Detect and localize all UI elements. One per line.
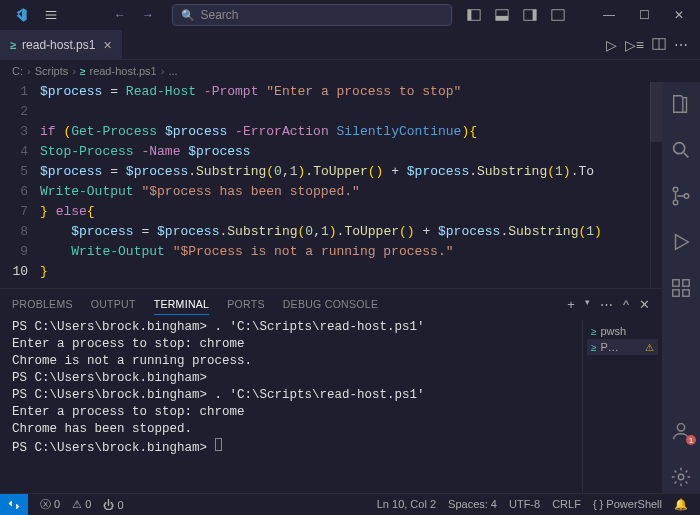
code-line[interactable]: $process = $process.Substring(0,1).ToUpp…: [40, 162, 650, 182]
explorer-icon[interactable]: [662, 88, 700, 120]
vscode-logo-icon: [12, 7, 28, 23]
search-icon: 🔍: [181, 9, 195, 22]
line-number: 5: [0, 162, 28, 182]
layout-customize-icon[interactable]: [545, 4, 571, 26]
status-position[interactable]: Ln 10, Col 2: [371, 498, 442, 511]
tab-terminal[interactable]: TERMINAL: [154, 298, 210, 315]
minimap[interactable]: [650, 82, 662, 288]
svg-rect-15: [673, 290, 679, 296]
breadcrumb[interactable]: C: › Scripts › ≥ read-host.ps1 › ...: [0, 60, 700, 82]
powershell-file-icon: ≥: [80, 66, 86, 77]
new-terminal-icon[interactable]: +: [567, 297, 575, 312]
account-icon[interactable]: 1: [662, 415, 700, 447]
run-debug-icon[interactable]: [662, 226, 700, 258]
svg-rect-3: [496, 16, 508, 20]
code-line[interactable]: $process = Read-Host -Prompt "Enter a pr…: [40, 82, 650, 102]
nav-back-icon[interactable]: ←: [106, 8, 134, 22]
status-errors[interactable]: ⓧ 0: [34, 497, 66, 512]
search-icon[interactable]: [662, 134, 700, 166]
terminal-line: PS C:\Users\brock.bingham> . 'C:\Scripts…: [12, 319, 570, 336]
panel-more-icon[interactable]: ⋯: [600, 297, 613, 312]
svg-rect-14: [673, 280, 679, 286]
command-center-search[interactable]: 🔍 Search: [172, 4, 452, 26]
powershell-file-icon: ≥: [10, 39, 16, 51]
terminal-dropdown-icon[interactable]: ▾: [585, 297, 590, 312]
close-panel-icon[interactable]: ✕: [639, 297, 650, 312]
status-encoding[interactable]: UTF-8: [503, 498, 546, 511]
code-line[interactable]: if (Get-Process $process -ErrorAction Si…: [40, 122, 650, 142]
code-line[interactable]: Write-Output "$Process is not a running …: [40, 242, 650, 262]
terminal-line: Enter a process to stop: chrome: [12, 336, 570, 353]
layout-panel-icon[interactable]: [489, 4, 515, 26]
status-spaces[interactable]: Spaces: 4: [442, 498, 503, 511]
svg-point-9: [674, 143, 685, 154]
editor-tab[interactable]: ≥ read-host.ps1 ✕: [0, 30, 122, 60]
remote-indicator[interactable]: [0, 494, 28, 516]
tab-close-icon[interactable]: ✕: [103, 39, 112, 52]
tab-debug-console[interactable]: DEBUG CONSOLE: [283, 298, 379, 310]
nav-forward-icon[interactable]: →: [134, 8, 162, 22]
code-line[interactable]: } else{: [40, 202, 650, 222]
svg-point-11: [673, 187, 678, 192]
terminal-session[interactable]: ≥ P… ⚠: [587, 339, 658, 355]
title-bar: ← → 🔍 Search — ☐ ✕: [0, 0, 700, 30]
line-number-gutter: 12345678910: [0, 82, 40, 288]
tab-output[interactable]: OUTPUT: [91, 298, 136, 310]
terminal-session[interactable]: ≥ pwsh: [587, 323, 658, 339]
line-number: 4: [0, 142, 28, 162]
breadcrumb-sep: ›: [72, 65, 76, 77]
menu-icon[interactable]: [36, 4, 66, 26]
svg-rect-6: [552, 10, 564, 21]
tab-problems[interactable]: PROBLEMS: [12, 298, 73, 310]
svg-point-13: [684, 194, 689, 199]
layout-sidebar-left-icon[interactable]: [461, 4, 487, 26]
code-content[interactable]: $process = Read-Host -Prompt "Enter a pr…: [40, 82, 650, 288]
line-number: 6: [0, 182, 28, 202]
status-notifications-icon[interactable]: 🔔: [668, 498, 694, 511]
bottom-panel: PROBLEMS OUTPUT TERMINAL PORTS DEBUG CON…: [0, 288, 662, 493]
line-number: 9: [0, 242, 28, 262]
terminal-line: Chrome is not a running process.: [12, 353, 570, 370]
minimap-thumb[interactable]: [650, 82, 662, 142]
code-line[interactable]: [40, 102, 650, 122]
powershell-icon: ≥: [591, 342, 597, 353]
code-line[interactable]: }: [40, 262, 650, 282]
layout-sidebar-right-icon[interactable]: [517, 4, 543, 26]
settings-gear-icon[interactable]: [662, 461, 700, 493]
code-editor[interactable]: 12345678910 $process = Read-Host -Prompt…: [0, 82, 662, 288]
warning-icon: ⚠: [645, 342, 654, 353]
maximize-icon[interactable]: ☐: [627, 2, 662, 28]
breadcrumb-drive[interactable]: C:: [12, 65, 23, 77]
breadcrumb-folder[interactable]: Scripts: [35, 65, 69, 77]
close-icon[interactable]: ✕: [662, 2, 696, 28]
svg-rect-17: [683, 280, 689, 286]
maximize-panel-icon[interactable]: ^: [623, 297, 629, 312]
svg-rect-5: [533, 10, 537, 21]
code-line[interactable]: Stop-Process -Name $process: [40, 142, 650, 162]
terminal-content[interactable]: PS C:\Users\brock.bingham> . 'C:\Scripts…: [0, 319, 582, 493]
source-control-icon[interactable]: [662, 180, 700, 212]
line-number: 2: [0, 102, 28, 122]
status-ports[interactable]: ⏻ 0: [97, 499, 129, 511]
breadcrumb-symbol[interactable]: ...: [168, 65, 177, 77]
svg-point-18: [677, 424, 684, 431]
editor-more-icon[interactable]: ⋯: [674, 37, 688, 53]
extensions-icon[interactable]: [662, 272, 700, 304]
run-selection-icon[interactable]: ▷≡: [625, 37, 644, 53]
status-language[interactable]: { } PowerShell: [587, 498, 668, 511]
code-line[interactable]: Write-Output "$process has been stopped.…: [40, 182, 650, 202]
terminal-line: PS C:\Users\brock.bingham>: [12, 438, 570, 457]
run-icon[interactable]: ▷: [606, 37, 617, 53]
terminal-session-list: ≥ pwsh ≥ P… ⚠: [582, 319, 662, 493]
minimize-icon[interactable]: —: [591, 2, 627, 28]
breadcrumb-file[interactable]: read-host.ps1: [89, 65, 156, 77]
svg-rect-16: [683, 290, 689, 296]
status-warnings[interactable]: ⚠ 0: [66, 498, 97, 511]
terminal-line: PS C:\Users\brock.bingham> . 'C:\Scripts…: [12, 387, 570, 404]
tab-ports[interactable]: PORTS: [227, 298, 264, 310]
status-eol[interactable]: CRLF: [546, 498, 587, 511]
code-line[interactable]: $process = $process.Substring(0,1).ToUpp…: [40, 222, 650, 242]
line-number: 7: [0, 202, 28, 222]
split-editor-icon[interactable]: [652, 37, 666, 53]
powershell-icon: ≥: [591, 326, 597, 337]
